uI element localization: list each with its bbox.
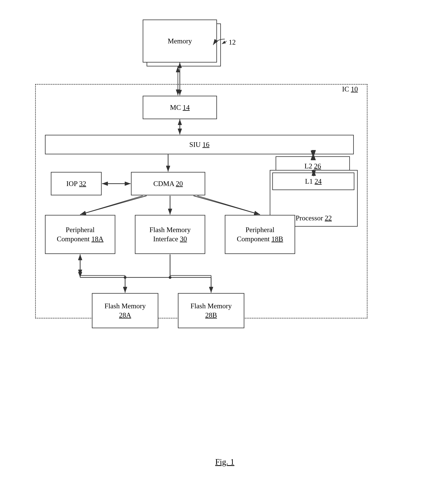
- memory-label: Memory: [168, 36, 192, 46]
- diagram-container: Memory 12 IC 10 MC 14 SIU 16 CDMA 20 IOP…: [29, 8, 411, 477]
- peripheral-a-label: PeripheralComponent 18A: [57, 225, 104, 244]
- peripheral-a-box: PeripheralComponent 18A: [45, 215, 115, 254]
- fm-a-box: Flash Memory28A: [92, 293, 158, 328]
- fm-b-box: Flash Memory28B: [178, 293, 244, 328]
- iop-label: IOP 32: [66, 179, 86, 188]
- ref-12: 12: [229, 38, 236, 46]
- fm-b-label: Flash Memory28B: [191, 301, 232, 320]
- l1-box: L1 24: [272, 172, 354, 190]
- cdma-label: CDMA 20: [153, 179, 183, 188]
- svg-line-10: [222, 41, 227, 44]
- fig-label: Fig. 1: [186, 457, 264, 467]
- l1-label: L1 24: [305, 177, 322, 186]
- mc-label: MC 14: [170, 103, 190, 112]
- siu-label: SIU 16: [189, 140, 209, 149]
- peripheral-b-box: PeripheralComponent 18B: [225, 215, 295, 254]
- mc-box: MC 14: [143, 96, 217, 119]
- fmi-label: Flash MemoryInterface 30: [149, 225, 191, 244]
- cdma-box: CDMA 20: [131, 172, 205, 195]
- siu-box: SIU 16: [45, 135, 354, 154]
- fm-a-label: Flash Memory28A: [105, 301, 146, 320]
- peripheral-b-label: PeripheralComponent 18B: [237, 225, 283, 244]
- fmi-box: Flash MemoryInterface 30: [135, 215, 205, 254]
- l2-label: L2 26: [304, 162, 321, 171]
- memory-box: Memory: [143, 19, 217, 62]
- iop-box: IOP 32: [51, 172, 102, 195]
- ic-label: IC 10: [342, 85, 358, 93]
